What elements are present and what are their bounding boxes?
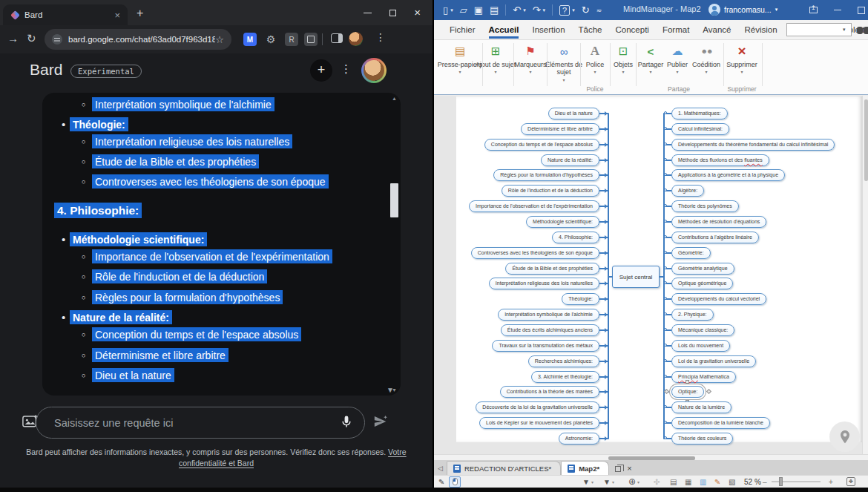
bard-avatar[interactable] [361, 58, 387, 83]
gear-extension-icon[interactable]: ⚙ [264, 33, 277, 46]
send-icon[interactable] [373, 415, 388, 428]
map-topic[interactable]: Méthodologie scientifique: [526, 216, 599, 228]
forward-icon[interactable]: → [7, 32, 19, 45]
map-topic[interactable]: 1. Mathématiques: [671, 108, 728, 119]
map-topic[interactable]: 3. Alchimie et théologie: [531, 371, 599, 383]
map-topic[interactable]: Algèbre: [671, 185, 704, 197]
maximize-icon[interactable] [389, 10, 396, 16]
site-info-icon[interactable] [52, 34, 62, 45]
map-topic[interactable]: 2. Physique: [671, 309, 714, 321]
map-topic[interactable]: Interprétation religieuse des lois natur… [489, 278, 599, 289]
minimize-icon[interactable] [364, 13, 372, 13]
map-topic[interactable]: Rôle de l'induction et de la déduction [502, 185, 599, 197]
mouse-select-icon[interactable] [449, 476, 461, 488]
help-icon[interactable]: ? [559, 5, 570, 16]
binoculars-search-icon[interactable] [857, 24, 868, 35]
sync-icon[interactable]: ↻ [582, 4, 590, 16]
scroll-up-icon[interactable]: ▲ [392, 96, 397, 101]
map-topic[interactable]: Controverses avec les théologiens de son… [471, 247, 599, 259]
fit-map-icon[interactable]: ✥ [846, 477, 855, 486]
map-topic[interactable]: Travaux sur la transmutation des métaux [492, 340, 599, 352]
tab-close-icon[interactable]: × [113, 10, 122, 21]
menu-tab-fichier[interactable]: Fichier [443, 20, 482, 40]
zoom-slider-handle[interactable] [779, 477, 783, 486]
new-document-icon[interactable]: ▯ [443, 4, 448, 16]
map-topic-selected[interactable]: Optique: [671, 386, 704, 398]
reload-icon[interactable]: ↻ [27, 32, 36, 45]
account-button[interactable]: francomasu... ▾ [708, 4, 777, 16]
open-icon[interactable]: ▱ [460, 4, 467, 16]
power-filter-icon[interactable]: ▼▾ [603, 476, 614, 487]
extensions-puzzle-icon[interactable] [304, 33, 318, 46]
menu-tab-révision[interactable]: Révision [737, 20, 783, 40]
map-topic[interactable]: Applications à la géométrie et à la phys… [671, 169, 785, 181]
redo-icon[interactable]: ↷ [533, 4, 541, 16]
map-topic[interactable]: Contributions à la théorie des marées [500, 386, 599, 398]
menu-tab-insertion[interactable]: Insertion [525, 20, 571, 40]
map-topic[interactable]: Importance de l'observation et de l'expé… [469, 200, 599, 212]
map-topic[interactable]: Mécanique classique: [671, 324, 734, 336]
undo-icon[interactable]: ↶ [513, 4, 521, 16]
map-topic[interactable]: Développements du calcul vectoriel [671, 293, 766, 305]
search-input[interactable] [786, 23, 852, 36]
privacy-link-line2[interactable]: confidentialité et Bard [179, 459, 254, 468]
map-topic[interactable]: Recherches alchimiques: [528, 355, 599, 367]
microphone-icon[interactable] [340, 414, 353, 429]
map-topic[interactable]: Conception du temps et de l'espace absol… [484, 139, 599, 151]
chat-scrollbar[interactable]: ▲ ▼ [389, 93, 399, 396]
vscroll-thumb[interactable] [864, 99, 868, 181]
sync-view-icon[interactable]: ▥ [700, 476, 706, 487]
new-tab-button[interactable]: + [137, 7, 143, 19]
browser-tab-bard[interactable]: Bard × [3, 4, 128, 25]
zoom-slider[interactable] [772, 481, 821, 482]
menu-tab-tâche[interactable]: Tâche [572, 20, 609, 40]
bookmark-star-icon[interactable]: ☆ [215, 34, 224, 45]
map-topic[interactable]: 4. Philosophie: [552, 232, 599, 243]
map-topic[interactable]: Astronomie: [559, 433, 599, 445]
map-topic[interactable]: Géométrie: [671, 247, 711, 259]
map-topic[interactable]: Théorie des polynômes [671, 200, 739, 212]
map-topic[interactable]: Interprétation symbolique de l'alchimie [498, 309, 599, 321]
menu-tab-format[interactable]: Format [656, 20, 696, 40]
map-topic[interactable]: Dieu et la nature [548, 108, 599, 119]
map-topic[interactable]: Méthode des fluxions et des fluantes [671, 154, 769, 166]
map-topic[interactable]: Nature de la réalité: [541, 154, 599, 166]
map-topic[interactable]: Optique géométrique [671, 278, 733, 289]
menu-tab-avancé[interactable]: Avancé [696, 20, 737, 40]
maximize-icon[interactable] [858, 7, 865, 14]
r-extension-icon[interactable]: R [285, 33, 298, 46]
restore-document-icon[interactable] [615, 466, 621, 472]
map-topic[interactable]: Règles pour la formulation d'hypothèses [493, 169, 599, 181]
document-tab-map2-[interactable]: Map2* [561, 461, 609, 475]
bard-menu-icon[interactable]: ⋮ [341, 62, 352, 76]
mindmanager-extension-icon[interactable]: M [243, 33, 257, 46]
selection-handle[interactable] [685, 380, 689, 384]
schedule-view-icon[interactable]: ▦ [685, 476, 691, 487]
customize-qat-icon[interactable]: ≂ [596, 7, 602, 14]
outline-view-icon[interactable]: ▤ [670, 476, 677, 487]
map-topic[interactable]: Loi de la gravitation universelle [671, 355, 756, 367]
tag-view-icon[interactable]: ✎ [714, 476, 720, 487]
map-topic[interactable]: Développements du théorème fondamental d… [671, 139, 835, 151]
map-topic[interactable]: Déterminisme et libre arbitre [521, 123, 599, 135]
map-topic[interactable]: Découverte de la loi de la gravitation u… [476, 401, 599, 413]
scroll-to-bottom-icon[interactable]: ▼ [387, 386, 394, 394]
map-topic[interactable]: Calcul infinitésimal: [671, 123, 729, 135]
save-icon[interactable]: ▣ [474, 4, 483, 16]
map-topic[interactable]: Méthodes de résolution d'équations [671, 216, 766, 228]
menu-tab-concepti[interactable]: Concepti [609, 20, 656, 40]
map-topic[interactable]: Géométrie analytique [671, 263, 734, 275]
add-view-icon[interactable]: ⊕▾ [628, 476, 640, 487]
print-icon[interactable]: ▤ [490, 4, 499, 16]
map-topic[interactable]: Lois de Kepler sur le mouvement des plan… [479, 417, 599, 429]
location-pin-button[interactable] [829, 422, 860, 452]
filter-icon[interactable]: ▼▾ [582, 476, 594, 487]
presentation-icon[interactable]: ▧ [729, 476, 735, 487]
hscroll-thumb[interactable] [608, 456, 695, 460]
minimize-icon[interactable] [834, 10, 841, 10]
browser-menu-icon[interactable]: ⋮ [375, 31, 386, 43]
vertical-scrollbar[interactable] [862, 96, 868, 454]
collapse-ribbon-icon[interactable] [809, 7, 818, 13]
document-tab-redaction-d-articles-[interactable]: REDACTION D'ARTICLES* [447, 461, 561, 475]
zoom-in-icon[interactable]: + [829, 476, 833, 487]
